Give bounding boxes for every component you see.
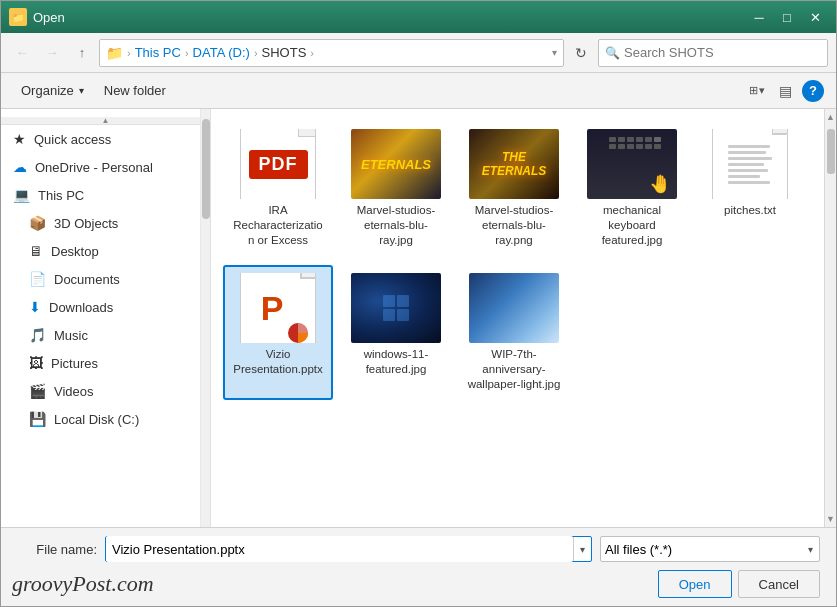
sidebar-scrollbar[interactable] — [200, 109, 210, 527]
downloads-icon: ⬇ — [29, 299, 41, 315]
organize-dropdown-icon: ▾ — [79, 85, 84, 96]
bottom-bar: File name: ▾ All files (*.*) PowerPoint … — [1, 527, 836, 606]
cancel-button[interactable]: Cancel — [738, 570, 820, 598]
sidebar-label-this-pc: This PC — [38, 188, 84, 203]
main-content: ▲ ★ Quick access ☁ OneDrive - Personal 💻… — [1, 109, 836, 527]
actions-row: Open Cancel — [17, 570, 820, 598]
sidebar-item-downloads[interactable]: ⬇ Downloads — [1, 293, 210, 321]
file-name-pitches-txt: pitches.txt — [724, 203, 776, 218]
toolbar: Organize ▾ New folder ⊞ ▾ ▤ ? — [1, 73, 836, 109]
desktop-icon: 🖥 — [29, 243, 43, 259]
maximize-button[interactable]: □ — [774, 6, 800, 28]
filename-label: File name: — [17, 542, 97, 557]
close-button[interactable]: ✕ — [802, 6, 828, 28]
pdf-badge: PDF — [249, 150, 308, 179]
sidebar-item-pictures[interactable]: 🖼 Pictures — [1, 349, 210, 377]
file-name-vizio-pptx: Vizio Presentation.pptx — [231, 347, 325, 377]
breadcrumb-this-pc[interactable]: This PC — [135, 45, 181, 60]
videos-icon: 🎬 — [29, 383, 46, 399]
sidebar-item-videos[interactable]: 🎬 Videos — [1, 377, 210, 405]
pdf-icon: PDF — [240, 129, 316, 199]
file-grid: PDF IRA Recharacterization or Excess Rem… — [211, 109, 824, 527]
scrollbar-down-arrow[interactable]: ▼ — [825, 511, 836, 527]
sidebar-item-onedrive[interactable]: ☁ OneDrive - Personal — [1, 153, 210, 181]
new-folder-button[interactable]: New folder — [96, 78, 174, 104]
file-thumb-eternals-png: THE ETERNALS — [469, 129, 559, 199]
sidebar-item-quick-access[interactable]: ★ Quick access — [1, 125, 210, 153]
sidebar-scroll-up[interactable]: ▲ — [1, 117, 210, 125]
sidebar-label-music: Music — [54, 328, 88, 343]
pictures-icon: 🖼 — [29, 355, 43, 371]
view-dropdown-button[interactable]: ⊞ ▾ — [744, 78, 770, 104]
txt-lines — [720, 137, 780, 192]
file-item-pitches-txt[interactable]: pitches.txt — [695, 121, 805, 257]
back-button[interactable]: ← — [9, 40, 35, 66]
file-item-vizio-pptx[interactable]: P Vizio Presentation.pptx — [223, 265, 333, 400]
file-thumb-ira-pdf: PDF — [233, 129, 323, 199]
up-button[interactable]: ↑ — [69, 40, 95, 66]
sidebar-label-documents: Documents — [54, 272, 120, 287]
sidebar-label-downloads: Downloads — [49, 300, 113, 315]
sidebar-item-3d-objects[interactable]: 📦 3D Objects — [1, 209, 210, 237]
sidebar-label-local-disk: Local Disk (C:) — [54, 412, 139, 427]
breadcrumb-bar[interactable]: 📁 › This PC › DATA (D:) › SHOTS › ▾ — [99, 39, 564, 67]
file-name-wip-jpg: WIP-7th-anniversary-wallpaper-light.jpg — [467, 347, 561, 392]
file-item-wip-jpg[interactable]: WIP-7th-anniversary-wallpaper-light.jpg — [459, 265, 569, 400]
onedrive-icon: ☁ — [13, 159, 27, 175]
file-item-ira-pdf[interactable]: PDF IRA Recharacterization or Excess Rem… — [223, 121, 333, 257]
sidebar-item-desktop[interactable]: 🖥 Desktop — [1, 237, 210, 265]
local-disk-icon: 💾 — [29, 411, 46, 427]
hand-icon: 🤚 — [649, 173, 671, 195]
windows-logo — [383, 295, 409, 321]
breadcrumb-dropdown-icon[interactable]: ▾ — [552, 47, 557, 58]
minimize-button[interactable]: ─ — [746, 6, 772, 28]
sidebar-item-this-pc[interactable]: 💻 This PC — [1, 181, 210, 209]
file-item-eternals-png[interactable]: THE ETERNALS Marvel-studios-eternals-blu… — [459, 121, 569, 257]
open-dialog: 📁 Open ─ □ ✕ ← → ↑ 📁 › This PC › DATA (D… — [0, 0, 837, 607]
organize-button[interactable]: Organize ▾ — [13, 78, 92, 104]
image-wip — [469, 273, 559, 343]
open-button[interactable]: Open — [658, 570, 732, 598]
titlebar: 📁 Open ─ □ ✕ — [1, 1, 836, 33]
file-item-windows11-jpg[interactable]: windows-11-featured.jpg — [341, 265, 451, 400]
pane-button[interactable]: ▤ — [772, 78, 798, 104]
file-name-eternals-jpg: Marvel-studios-eternals-blu-ray.jpg — [349, 203, 443, 248]
file-area-scrollbar: ▲ ▼ — [824, 109, 836, 527]
filename-input[interactable] — [106, 536, 573, 562]
filename-row: File name: ▾ All files (*.*) PowerPoint … — [17, 536, 820, 562]
3d-objects-icon: 📦 — [29, 215, 46, 231]
file-item-keyboard-jpg[interactable]: 🤚 mechanical keyboard featured.jpg — [577, 121, 687, 257]
quick-access-icon: ★ — [13, 131, 26, 147]
filetype-select[interactable]: All files (*.*) PowerPoint Files (*.pptx… — [601, 537, 802, 561]
breadcrumb-shots: SHOTS — [262, 45, 307, 60]
search-input[interactable] — [624, 45, 821, 60]
file-thumb-windows11-jpg — [351, 273, 441, 343]
file-item-eternals-jpg[interactable]: ETERNALS Marvel-studios-eternals-blu-ray… — [341, 121, 451, 257]
file-name-eternals-png: Marvel-studios-eternals-blu-ray.png — [467, 203, 561, 248]
breadcrumb-data-d[interactable]: DATA (D:) — [193, 45, 250, 60]
organize-label: Organize — [21, 83, 74, 98]
pptx-pie-chart — [287, 322, 309, 343]
forward-button[interactable]: → — [39, 40, 65, 66]
file-area: PDF IRA Recharacterization or Excess Rem… — [211, 109, 836, 527]
help-button[interactable]: ? — [802, 80, 824, 102]
scrollbar-track[interactable] — [825, 125, 836, 511]
sidebar-item-local-disk[interactable]: 💾 Local Disk (C:) — [1, 405, 210, 433]
filetype-select-wrapper: All files (*.*) PowerPoint Files (*.pptx… — [600, 536, 820, 562]
image-eternals2: THE ETERNALS — [469, 129, 559, 199]
txt-icon — [712, 129, 788, 199]
filename-input-wrapper: ▾ — [105, 536, 592, 562]
sidebar-label-videos: Videos — [54, 384, 94, 399]
scrollbar-up-arrow[interactable]: ▲ — [825, 109, 836, 125]
sidebar-label-pictures: Pictures — [51, 356, 98, 371]
file-name-windows11-jpg: windows-11-featured.jpg — [349, 347, 443, 377]
filename-dropdown-arrow[interactable]: ▾ — [573, 537, 591, 561]
txt-line-7 — [728, 181, 770, 184]
refresh-button[interactable]: ↻ — [568, 40, 594, 66]
documents-icon: 📄 — [29, 271, 46, 287]
file-thumb-keyboard-jpg: 🤚 — [587, 129, 677, 199]
sidebar-item-documents[interactable]: 📄 Documents — [1, 265, 210, 293]
breadcrumb-sep-2: › — [185, 47, 189, 59]
sidebar-item-music[interactable]: 🎵 Music — [1, 321, 210, 349]
music-icon: 🎵 — [29, 327, 46, 343]
